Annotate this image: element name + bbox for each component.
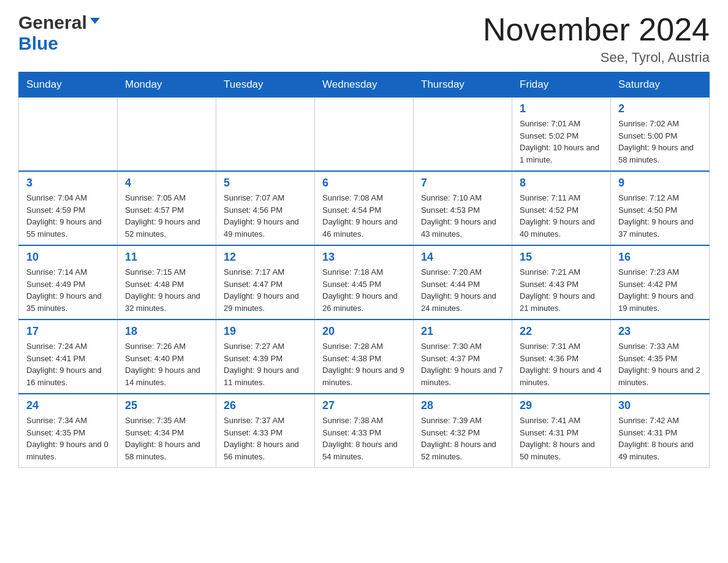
day-info: Sunrise: 7:42 AMSunset: 4:31 PMDaylight:…	[618, 415, 702, 462]
day-info: Sunrise: 7:31 AMSunset: 4:36 PMDaylight:…	[520, 340, 603, 388]
calendar-cell: 2Sunrise: 7:02 AMSunset: 5:00 PMDaylight…	[611, 98, 710, 172]
day-header-saturday: Saturday	[611, 72, 710, 98]
day-info: Sunrise: 7:01 AMSunset: 5:02 PMDaylight:…	[520, 118, 603, 166]
day-info: Sunrise: 7:10 AMSunset: 4:53 PMDaylight:…	[421, 192, 504, 240]
calendar-cell: 22Sunrise: 7:31 AMSunset: 4:36 PMDayligh…	[512, 320, 611, 394]
day-number: 14	[421, 251, 504, 264]
day-header-friday: Friday	[512, 72, 611, 98]
day-info: Sunrise: 7:18 AMSunset: 4:45 PMDaylight:…	[322, 266, 406, 314]
logo: General Blue	[18, 12, 101, 54]
day-info: Sunrise: 7:17 AMSunset: 4:47 PMDaylight:…	[224, 266, 307, 314]
calendar-cell: 17Sunrise: 7:24 AMSunset: 4:41 PMDayligh…	[19, 320, 118, 394]
day-number: 15	[520, 251, 603, 264]
day-number: 8	[520, 177, 603, 190]
day-header-thursday: Thursday	[414, 72, 512, 98]
calendar-cell: 6Sunrise: 7:08 AMSunset: 4:54 PMDaylight…	[315, 171, 414, 245]
day-info: Sunrise: 7:33 AMSunset: 4:35 PMDaylight:…	[618, 340, 702, 388]
day-header-wednesday: Wednesday	[315, 72, 414, 98]
calendar-cell	[414, 98, 512, 172]
day-number: 28	[421, 399, 504, 412]
day-info: Sunrise: 7:02 AMSunset: 5:00 PMDaylight:…	[618, 118, 702, 166]
day-info: Sunrise: 7:21 AMSunset: 4:43 PMDaylight:…	[520, 266, 603, 314]
calendar-cell: 26Sunrise: 7:37 AMSunset: 4:33 PMDayligh…	[216, 394, 315, 468]
calendar-cell: 29Sunrise: 7:41 AMSunset: 4:31 PMDayligh…	[512, 394, 611, 468]
day-info: Sunrise: 7:26 AMSunset: 4:40 PMDaylight:…	[125, 340, 208, 388]
calendar-week-2: 3Sunrise: 7:04 AMSunset: 4:59 PMDaylight…	[19, 171, 710, 245]
calendar-cell: 12Sunrise: 7:17 AMSunset: 4:47 PMDayligh…	[216, 245, 315, 320]
day-info: Sunrise: 7:24 AMSunset: 4:41 PMDaylight:…	[26, 340, 110, 388]
calendar-week-3: 10Sunrise: 7:14 AMSunset: 4:49 PMDayligh…	[19, 245, 710, 320]
day-info: Sunrise: 7:11 AMSunset: 4:52 PMDaylight:…	[520, 192, 603, 240]
day-number: 2	[618, 102, 702, 115]
day-number: 7	[421, 177, 504, 190]
calendar-cell: 3Sunrise: 7:04 AMSunset: 4:59 PMDaylight…	[19, 171, 118, 245]
day-info: Sunrise: 7:27 AMSunset: 4:39 PMDaylight:…	[224, 340, 307, 388]
day-info: Sunrise: 7:35 AMSunset: 4:34 PMDaylight:…	[125, 415, 208, 462]
logo-blue: Blue	[18, 33, 58, 53]
day-number: 10	[26, 251, 110, 264]
day-number: 19	[224, 325, 307, 338]
calendar-cell: 14Sunrise: 7:20 AMSunset: 4:44 PMDayligh…	[414, 245, 512, 320]
day-number: 24	[26, 399, 110, 412]
logo-chevron-icon	[89, 15, 101, 30]
calendar-cell	[19, 98, 118, 172]
day-info: Sunrise: 7:37 AMSunset: 4:33 PMDaylight:…	[224, 415, 307, 462]
day-number: 16	[618, 251, 702, 264]
calendar-week-1: 1Sunrise: 7:01 AMSunset: 5:02 PMDaylight…	[19, 98, 710, 172]
day-number: 5	[224, 177, 307, 190]
day-number: 21	[421, 325, 504, 338]
day-info: Sunrise: 7:20 AMSunset: 4:44 PMDaylight:…	[421, 266, 504, 314]
calendar-cell	[118, 98, 216, 172]
day-number: 18	[125, 325, 208, 338]
day-number: 22	[520, 325, 603, 338]
page-header: General Blue November 2024 See, Tyrol, A…	[18, 12, 710, 66]
calendar-cell: 24Sunrise: 7:34 AMSunset: 4:35 PMDayligh…	[19, 394, 118, 468]
day-number: 9	[618, 177, 702, 190]
calendar-week-4: 17Sunrise: 7:24 AMSunset: 4:41 PMDayligh…	[19, 320, 710, 394]
calendar-cell: 28Sunrise: 7:39 AMSunset: 4:32 PMDayligh…	[414, 394, 512, 468]
day-number: 3	[26, 177, 110, 190]
logo-general: General	[18, 12, 87, 33]
day-info: Sunrise: 7:34 AMSunset: 4:35 PMDaylight:…	[26, 415, 110, 462]
calendar-cell: 4Sunrise: 7:05 AMSunset: 4:57 PMDaylight…	[118, 171, 216, 245]
day-info: Sunrise: 7:30 AMSunset: 4:37 PMDaylight:…	[421, 340, 504, 388]
day-info: Sunrise: 7:28 AMSunset: 4:38 PMDaylight:…	[322, 340, 406, 388]
day-number: 26	[224, 399, 307, 412]
calendar-cell: 23Sunrise: 7:33 AMSunset: 4:35 PMDayligh…	[611, 320, 710, 394]
day-header-sunday: Sunday	[19, 72, 118, 98]
calendar-cell	[216, 98, 315, 172]
day-number: 1	[520, 102, 603, 115]
calendar-cell: 5Sunrise: 7:07 AMSunset: 4:56 PMDaylight…	[216, 171, 315, 245]
calendar-cell: 10Sunrise: 7:14 AMSunset: 4:49 PMDayligh…	[19, 245, 118, 320]
location: See, Tyrol, Austria	[483, 50, 710, 66]
day-number: 23	[618, 325, 702, 338]
day-number: 30	[618, 399, 702, 412]
day-number: 11	[125, 251, 208, 264]
day-number: 29	[520, 399, 603, 412]
calendar-cell: 27Sunrise: 7:38 AMSunset: 4:33 PMDayligh…	[315, 394, 414, 468]
calendar-week-5: 24Sunrise: 7:34 AMSunset: 4:35 PMDayligh…	[19, 394, 710, 468]
day-number: 17	[26, 325, 110, 338]
calendar-cell: 15Sunrise: 7:21 AMSunset: 4:43 PMDayligh…	[512, 245, 611, 320]
calendar-cell: 13Sunrise: 7:18 AMSunset: 4:45 PMDayligh…	[315, 245, 414, 320]
calendar-cell: 21Sunrise: 7:30 AMSunset: 4:37 PMDayligh…	[414, 320, 512, 394]
calendar-cell: 25Sunrise: 7:35 AMSunset: 4:34 PMDayligh…	[118, 394, 216, 468]
calendar-cell: 9Sunrise: 7:12 AMSunset: 4:50 PMDaylight…	[611, 171, 710, 245]
day-info: Sunrise: 7:07 AMSunset: 4:56 PMDaylight:…	[224, 192, 307, 240]
calendar-header-row: SundayMondayTuesdayWednesdayThursdayFrid…	[19, 72, 710, 98]
calendar-cell: 20Sunrise: 7:28 AMSunset: 4:38 PMDayligh…	[315, 320, 414, 394]
day-info: Sunrise: 7:39 AMSunset: 4:32 PMDaylight:…	[421, 415, 504, 462]
calendar-cell	[315, 98, 414, 172]
svg-marker-0	[90, 18, 100, 24]
day-info: Sunrise: 7:04 AMSunset: 4:59 PMDaylight:…	[26, 192, 110, 240]
calendar-cell: 30Sunrise: 7:42 AMSunset: 4:31 PMDayligh…	[611, 394, 710, 468]
month-title: November 2024	[483, 12, 710, 47]
calendar-cell: 16Sunrise: 7:23 AMSunset: 4:42 PMDayligh…	[611, 245, 710, 320]
calendar-cell: 7Sunrise: 7:10 AMSunset: 4:53 PMDaylight…	[414, 171, 512, 245]
day-info: Sunrise: 7:38 AMSunset: 4:33 PMDaylight:…	[322, 415, 406, 462]
day-number: 6	[322, 177, 406, 190]
day-info: Sunrise: 7:14 AMSunset: 4:49 PMDaylight:…	[26, 266, 110, 314]
day-info: Sunrise: 7:12 AMSunset: 4:50 PMDaylight:…	[618, 192, 702, 240]
day-info: Sunrise: 7:08 AMSunset: 4:54 PMDaylight:…	[322, 192, 406, 240]
day-number: 20	[322, 325, 406, 338]
